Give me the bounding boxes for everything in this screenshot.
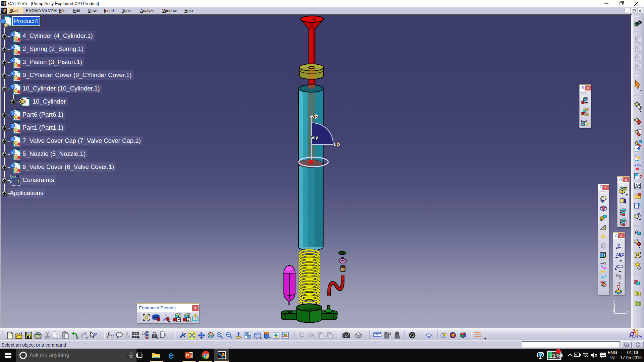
svg-text:n: n [640, 214, 641, 217]
svg-text:?: ? [94, 331, 97, 337]
svg-text:(x): (x) [109, 333, 114, 337]
svg-text:ABC: ABC [616, 252, 624, 256]
svg-text:e: e [168, 350, 174, 361]
svg-text:y: y [613, 308, 615, 312]
svg-text:P: P [186, 353, 189, 358]
svg-text:z: z [613, 299, 615, 303]
svg-text:5: 5 [464, 332, 466, 334]
svg-text:21%: 21% [550, 353, 560, 359]
svg-text:15: 15 [638, 184, 640, 186]
svg-text:CATIA: CATIA [632, 335, 642, 338]
svg-text:x: x [627, 309, 629, 313]
